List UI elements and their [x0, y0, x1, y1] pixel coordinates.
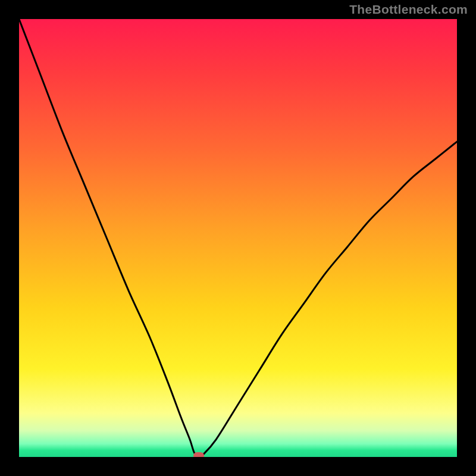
curve-svg — [19, 19, 457, 457]
plot-area — [19, 19, 457, 457]
bottleneck-curve — [19, 19, 457, 457]
chart-frame: TheBottleneck.com — [0, 0, 476, 476]
optimum-marker — [193, 452, 204, 457]
watermark-text: TheBottleneck.com — [349, 2, 468, 17]
